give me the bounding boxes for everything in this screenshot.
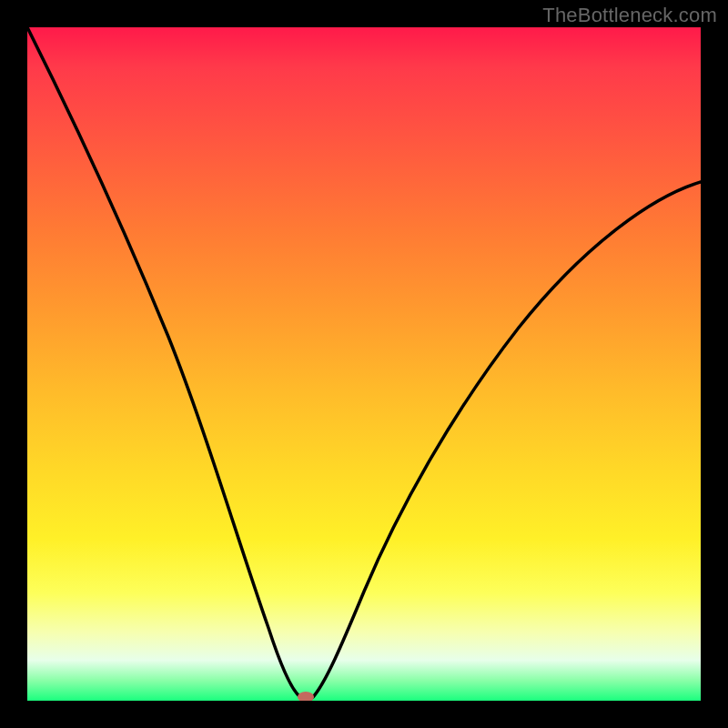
bottleneck-curve [27,27,701,701]
plot-area [27,27,701,701]
watermark-text: TheBottleneck.com [542,4,717,27]
curve-path [27,27,701,700]
chart-frame: TheBottleneck.com [0,0,728,728]
optimal-point-marker [298,692,314,701]
